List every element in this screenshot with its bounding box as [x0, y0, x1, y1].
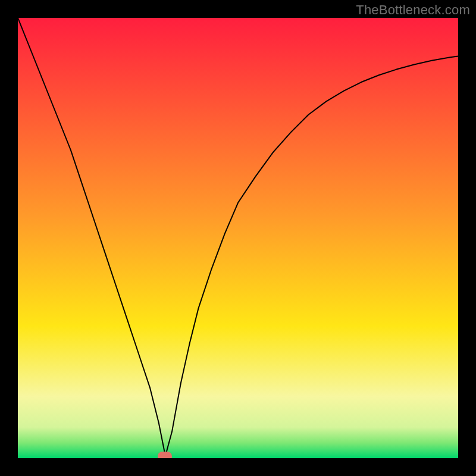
watermark-text: TheBottleneck.com	[356, 2, 470, 18]
optimum-marker	[158, 452, 172, 458]
bottleneck-chart	[18, 18, 458, 458]
gradient-background	[18, 18, 458, 458]
chart-frame: TheBottleneck.com	[0, 0, 476, 476]
plot-area	[18, 18, 458, 458]
